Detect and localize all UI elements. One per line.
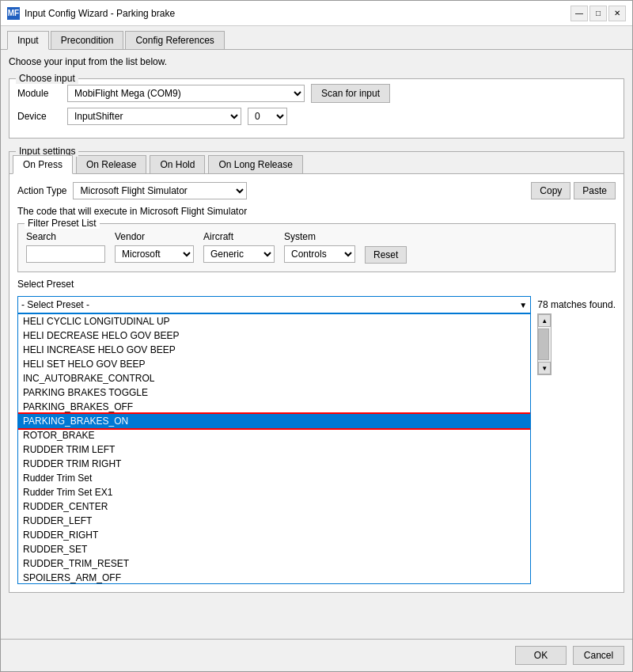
preset-header-row: Select Preset bbox=[17, 279, 616, 290]
preset-dropdown-header[interactable]: - Select Preset - ▼ bbox=[17, 296, 531, 313]
scroll-down-icon[interactable]: ▼ bbox=[538, 362, 551, 374]
tab-on-release[interactable]: On Release bbox=[76, 155, 146, 173]
scroll-up-icon[interactable]: ▲ bbox=[538, 314, 551, 327]
preset-content-row: - Select Preset - ▼ HELI CYCLIC LONGITUD… bbox=[17, 296, 616, 584]
system-col: System Controls bbox=[284, 231, 355, 263]
list-item[interactable]: HELI INCREASE HELO GOV BEEP bbox=[18, 343, 530, 357]
scrollbar[interactable]: ▲ ▼ bbox=[537, 313, 552, 375]
copy-button[interactable]: Copy bbox=[531, 182, 570, 199]
system-select[interactable]: Controls bbox=[284, 245, 355, 263]
filter-preset-label: Filter Preset List bbox=[25, 218, 100, 229]
system-label: System bbox=[284, 231, 355, 242]
cancel-button[interactable]: Cancel bbox=[573, 646, 624, 665]
tab-input[interactable]: Input bbox=[7, 31, 49, 50]
restore-button[interactable]: □ bbox=[589, 6, 607, 21]
vendor-label: Vendor bbox=[115, 231, 194, 242]
device-num-select[interactable]: 0 bbox=[248, 108, 287, 125]
info-text: The code that will execute in Microsoft … bbox=[17, 206, 616, 217]
preset-list-wrapper: - Select Preset - ▼ HELI CYCLIC LONGITUD… bbox=[17, 296, 531, 584]
list-item[interactable]: PARKING BRAKES TOGGLE bbox=[18, 385, 530, 400]
list-item[interactable]: RUDDER_TRIM_RESET bbox=[18, 556, 530, 571]
reset-col: Reset bbox=[365, 230, 407, 264]
list-item[interactable]: INC_AUTOBRAKE_CONTROL bbox=[18, 371, 530, 385]
list-item[interactable]: RUDDER_CENTER bbox=[18, 499, 530, 514]
preset-section: Select Preset - Select Preset - ▼ bbox=[17, 279, 616, 584]
preset-list-container: HELI CYCLIC LONGITUDINAL UPHELI DECREASE… bbox=[17, 313, 531, 584]
tab-precondition[interactable]: Precondition bbox=[51, 31, 124, 49]
list-item[interactable]: RUDDER_LEFT bbox=[18, 514, 530, 528]
list-item[interactable]: RUDDER_RIGHT bbox=[18, 528, 530, 542]
list-item[interactable]: PARKING_BRAKES_OFF bbox=[18, 400, 530, 414]
list-item[interactable]: ROTOR_BRAKE bbox=[18, 428, 530, 442]
aircraft-col: Aircraft Generic bbox=[203, 231, 275, 263]
list-item[interactable]: PARKING_BRAKES_ON bbox=[18, 414, 530, 428]
device-select[interactable]: InputShifter bbox=[67, 108, 241, 125]
tab-on-press[interactable]: On Press bbox=[13, 155, 73, 174]
list-item[interactable]: RUDDER TRIM RIGHT bbox=[18, 457, 530, 471]
input-settings-group: Input settings On Press On Release On Ho… bbox=[9, 151, 624, 593]
choose-input-label: Choose input bbox=[16, 73, 78, 84]
aircraft-label: Aircraft bbox=[203, 231, 275, 242]
list-item[interactable]: Rudder Trim Set EX1 bbox=[18, 485, 530, 499]
action-type-select[interactable]: Microsoft Flight Simulator bbox=[73, 182, 247, 199]
select-preset-label: Select Preset bbox=[17, 279, 74, 290]
reset-button[interactable]: Reset bbox=[365, 246, 407, 264]
preset-placeholder: - Select Preset - bbox=[21, 299, 519, 310]
title-bar-left: MF Input Config Wizard - Parking brake bbox=[7, 7, 175, 20]
minimize-button[interactable]: — bbox=[570, 6, 588, 21]
list-item[interactable]: RUDDER TRIM LEFT bbox=[18, 442, 530, 457]
list-item[interactable]: RUDDER_SET bbox=[18, 542, 530, 556]
module-label: Module bbox=[17, 88, 61, 99]
tab-on-long-release[interactable]: On Long Release bbox=[208, 155, 302, 173]
title-bar-controls: — □ ✕ bbox=[570, 6, 626, 21]
filter-preset-group: Filter Preset List Search Vendor Microso… bbox=[17, 223, 616, 272]
app-icon: MF bbox=[7, 7, 20, 20]
scrollbar-thumb[interactable] bbox=[538, 328, 549, 360]
device-row: Device InputShifter 0 bbox=[17, 108, 616, 125]
main-tab-bar: Input Precondition Config References bbox=[1, 26, 632, 50]
vendor-col: Vendor Microsoft bbox=[115, 231, 194, 263]
module-select[interactable]: MobiFlight Mega (COM9) bbox=[67, 85, 305, 102]
main-content: Choose your input from the list below. C… bbox=[1, 50, 632, 639]
title-bar: MF Input Config Wizard - Parking brake —… bbox=[1, 1, 632, 26]
ok-button[interactable]: OK bbox=[515, 646, 567, 665]
list-item[interactable]: HELI SET HELO GOV BEEP bbox=[18, 357, 530, 371]
filter-row: Search Vendor Microsoft Aircraft bbox=[26, 230, 607, 264]
device-label: Device bbox=[17, 111, 61, 122]
search-label: Search bbox=[26, 231, 105, 242]
preset-right-col: 78 matches found. ▲ ▼ bbox=[537, 296, 616, 375]
search-input[interactable] bbox=[26, 245, 105, 263]
choose-input-group: Choose input Module MobiFlight Mega (COM… bbox=[9, 78, 624, 139]
aircraft-select[interactable]: Generic bbox=[203, 245, 275, 263]
input-tabs-header: On Press On Release On Hold On Long Rele… bbox=[9, 152, 624, 174]
main-window: MF Input Config Wizard - Parking brake —… bbox=[0, 0, 633, 672]
scan-button[interactable]: Scan for input bbox=[311, 84, 390, 103]
list-item[interactable]: Rudder Trim Set bbox=[18, 471, 530, 485]
action-type-label: Action Type bbox=[17, 185, 66, 196]
input-tabs-content: Action Type Microsoft Flight Simulator C… bbox=[9, 174, 624, 592]
close-button[interactable]: ✕ bbox=[608, 6, 626, 21]
list-item[interactable]: SPOILERS_ARM_OFF bbox=[18, 571, 530, 583]
list-item[interactable]: HELI DECREASE HELO GOV BEEP bbox=[18, 328, 530, 343]
tab-on-hold[interactable]: On Hold bbox=[150, 155, 205, 173]
window-title: Input Config Wizard - Parking brake bbox=[25, 8, 175, 19]
action-type-row: Action Type Microsoft Flight Simulator C… bbox=[17, 182, 616, 199]
dropdown-arrow-icon: ▼ bbox=[519, 301, 527, 309]
matches-text: 78 matches found. bbox=[537, 299, 616, 310]
vendor-select[interactable]: Microsoft bbox=[115, 245, 194, 263]
search-col: Search bbox=[26, 231, 105, 263]
preset-list: HELI CYCLIC LONGITUDINAL UPHELI DECREASE… bbox=[18, 314, 530, 583]
tab-config-references[interactable]: Config References bbox=[125, 31, 224, 49]
action-buttons: Copy Paste bbox=[531, 182, 616, 199]
paste-button[interactable]: Paste bbox=[574, 182, 616, 199]
list-item[interactable]: HELI CYCLIC LONGITUDINAL UP bbox=[18, 314, 530, 328]
module-row: Module MobiFlight Mega (COM9) Scan for i… bbox=[17, 84, 616, 103]
bottom-bar: OK Cancel bbox=[1, 639, 632, 671]
subtitle-text: Choose your input from the list below. bbox=[9, 56, 624, 67]
